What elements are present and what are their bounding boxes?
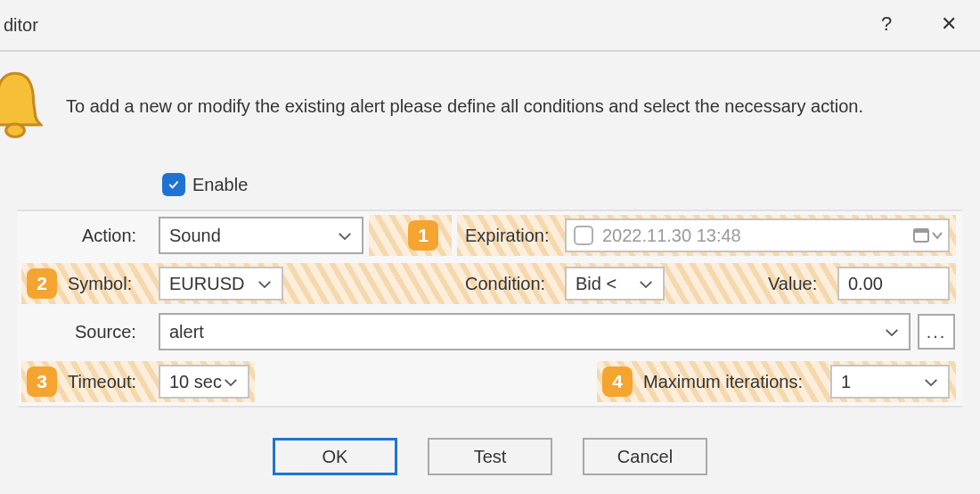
- expiration-checkbox[interactable]: [574, 226, 593, 245]
- enable-checkbox[interactable]: [162, 173, 185, 196]
- value-value: 0.00: [848, 274, 883, 294]
- chevron-down-icon: [638, 274, 654, 294]
- callout-1: 1: [408, 220, 438, 251]
- condition-select[interactable]: Bid <: [565, 267, 665, 301]
- title-bar: ditor ? ✕: [0, 0, 980, 52]
- help-button[interactable]: ?: [855, 0, 918, 48]
- footer: OK Test Cancel: [0, 428, 980, 485]
- chevron-down-icon: [257, 274, 273, 294]
- chevron-down-icon: [884, 322, 900, 342]
- expiration-field[interactable]: 2022.11.30 13:48: [565, 218, 950, 252]
- enable-row: Enable: [162, 173, 248, 196]
- test-button[interactable]: Test: [428, 438, 552, 475]
- chevron-down-icon: [223, 372, 239, 392]
- close-button[interactable]: ✕: [918, 0, 980, 48]
- callout-4: 4: [602, 366, 633, 397]
- action-label: Action:: [82, 226, 136, 246]
- action-value: Sound: [169, 226, 221, 246]
- intro-text: To add a new or modify the existing aler…: [66, 95, 953, 119]
- maxiter-label: Maximum iterations:: [643, 372, 803, 392]
- symbol-select[interactable]: EURUSD: [159, 267, 283, 301]
- window-title: ditor: [0, 15, 38, 36]
- timeout-select[interactable]: 10 sec: [159, 365, 249, 399]
- source-select[interactable]: alert: [159, 313, 911, 350]
- timeout-label: Timeout:: [68, 372, 136, 392]
- source-label: Source:: [75, 322, 136, 342]
- symbol-value: EURUSD: [169, 274, 244, 294]
- chevron-down-icon: [337, 226, 353, 246]
- condition-value: Bid <: [576, 274, 617, 294]
- expiration-value: 2022.11.30 13:48: [602, 226, 741, 246]
- timeout-value: 10 sec: [169, 372, 222, 392]
- settings-panel: Action: Sound 1 Expiration: 2022.11.30 1…: [18, 210, 962, 408]
- symbol-label: Symbol:: [68, 274, 132, 294]
- action-select[interactable]: Sound: [159, 217, 363, 254]
- expiration-label: Expiration:: [465, 226, 550, 246]
- source-value: alert: [169, 322, 204, 342]
- bell-icon: [0, 68, 43, 141]
- callout-3: 3: [27, 366, 57, 397]
- window-buttons: ? ✕: [855, 0, 980, 52]
- value-label: Value:: [768, 274, 817, 294]
- enable-label: Enable: [192, 175, 248, 195]
- maxiter-select[interactable]: 1: [830, 365, 950, 399]
- value-field[interactable]: 0.00: [837, 267, 950, 301]
- callout-2: 2: [27, 268, 57, 299]
- maxiter-value: 1: [841, 372, 851, 392]
- calendar-icon[interactable]: [912, 226, 943, 244]
- chevron-down-icon: [923, 372, 939, 392]
- svg-point-0: [6, 124, 25, 136]
- condition-label: Condition:: [465, 274, 545, 294]
- source-browse-button[interactable]: ...: [918, 314, 955, 350]
- cancel-button[interactable]: Cancel: [583, 438, 707, 475]
- svg-rect-2: [914, 229, 928, 233]
- dialog-body: To add a new or modify the existing aler…: [0, 52, 980, 494]
- ok-button[interactable]: OK: [273, 438, 397, 475]
